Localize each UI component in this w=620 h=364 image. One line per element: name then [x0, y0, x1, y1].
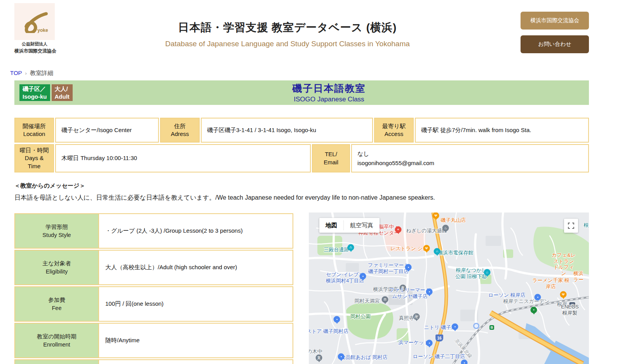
- audience-badge: 大人/ Adult: [52, 84, 73, 101]
- audience-badge-line1: 大人/: [55, 85, 70, 93]
- fullscreen-icon: [568, 223, 574, 229]
- google-map[interactable]: 磯子丸山店Ψ横浜市立脳卒中・ 神経脊椎センター+ねぎしの湯大盛館♨三殿台遺跡∴レ…: [309, 212, 589, 364]
- fee-value: 100円 / 回(one lesson): [99, 286, 293, 322]
- site-subtitle: Database of Japanese Language and Study …: [117, 40, 458, 48]
- study-style-value: ・グループ (2人 -3人) /Group Lesson(2 to 3 pers…: [99, 213, 293, 249]
- map-poi-label[interactable]: 磯子丸山店: [441, 217, 466, 223]
- tel-email-label: TEL/ Email: [312, 144, 350, 172]
- ward-badge-line1: 磯子区／: [23, 85, 47, 93]
- eligibility-value: 大人（高校生以上）/Adult (high schooler and over): [99, 250, 293, 285]
- fullscreen-button[interactable]: [564, 219, 578, 233]
- map-poi-label[interactable]: 浜マーケット: [398, 340, 429, 346]
- cart-marker-icon[interactable]: ▪: [461, 360, 468, 364]
- message-heading: ＜教室からのメッセージ＞: [14, 182, 85, 190]
- cart-marker-icon[interactable]: ▪: [334, 316, 340, 323]
- address-label: 住所 Adress: [160, 118, 200, 143]
- bag-marker-icon[interactable]: ▪: [452, 324, 458, 330]
- map-poi-label[interactable]: 横浜ラー: [573, 270, 584, 282]
- org-logo[interactable]: yoke 公益財団法人 横浜市国際交流協会: [14, 3, 55, 54]
- target-marker-icon[interactable]: [473, 323, 479, 329]
- map-poi-label[interactable]: セブン-イレブン 横浜岡村4丁目店: [326, 272, 364, 284]
- map-poi-label[interactable]: 食品館あおば 岡村店: [340, 354, 388, 361]
- map-poi-label[interactable]: ENEOS 根岸製: [561, 304, 580, 316]
- cart-marker-icon[interactable]: ▪: [338, 354, 345, 360]
- fork-marker-icon[interactable]: Ψ: [560, 291, 567, 298]
- address-value: 磯子区磯子3-1-41 / 3-1-41 Isogo, Isogo-ku: [201, 118, 373, 143]
- park-marker-icon[interactable]: ⌂: [484, 269, 491, 276]
- location-label: 開催場所 Location: [14, 118, 54, 143]
- site-header: 日本語・学習支援 教室データベース (横浜) Database of Japan…: [117, 20, 458, 48]
- cart-marker-icon[interactable]: ▪: [426, 289, 433, 295]
- map-poi-label[interactable]: ファミリーマート ムサシヤ磯子店: [389, 287, 430, 299]
- map-view-button[interactable]: 地図: [319, 218, 343, 233]
- class-banner: 磯子区／ Isogo-ku 大人/ Adult 磯子日本語教室 ISOGO Ja…: [14, 80, 589, 105]
- location-value: 磯子センター/Isogo Center: [55, 118, 159, 143]
- hospital-marker-icon[interactable]: +: [395, 226, 402, 233]
- info-row-schedule: 曜日・時間 Days & Time 木曜日 Thursday 10:00-11:…: [14, 144, 589, 172]
- cart-marker-icon[interactable]: ▪: [360, 273, 366, 280]
- map-type-control: 地図 航空写真: [319, 218, 380, 233]
- message-body: 日本語を母語としない人に、日常生活に必要な日本語を教えています。/We teac…: [14, 194, 453, 202]
- ruins-marker-icon[interactable]: ∴: [348, 244, 354, 251]
- pin-marker-icon[interactable]: •: [531, 307, 537, 313]
- onsen-marker-icon[interactable]: ♨: [442, 225, 449, 232]
- map-poi-label[interactable]: ラーメン千家 根岸店: [532, 277, 570, 289]
- class-title-en: ISOGO Japanese Class: [74, 96, 584, 103]
- map-poi-label[interactable]: 真照寺: [399, 315, 414, 321]
- breadcrumb-current: 教室詳細: [30, 70, 53, 76]
- details-row-eligibility: 主な対象者 Eligibility 大人（高校生以上）/Adult (high …: [14, 250, 293, 285]
- fork-marker-icon[interactable]: Ψ: [423, 245, 430, 252]
- school-marker-icon[interactable]: 文: [316, 355, 322, 361]
- enrollment-value: 随時/Anytime: [99, 323, 293, 358]
- map-poi-label[interactable]: 岡村公園: [350, 313, 371, 320]
- map-poi-label[interactable]: 根岸なつかし 公園 旧柳下邸: [455, 267, 487, 279]
- map-poi-label[interactable]: 横浜市電保存館: [438, 250, 474, 256]
- map-poi-label[interactable]: ストア 磯子岡村店: [309, 328, 348, 334]
- site-title: 日本語・学習支援 教室データベース (横浜): [117, 20, 458, 35]
- bus-marker-icon[interactable]: B: [489, 325, 494, 330]
- map-poi-label[interactable]: ローソン 磯子二丁目店: [413, 354, 465, 360]
- map-poi-label[interactable]: の木中: [309, 348, 322, 355]
- cart-marker-icon[interactable]: ▪: [405, 264, 412, 271]
- cart-marker-icon[interactable]: ▪: [426, 340, 433, 347]
- map-poi-label[interactable]: レストラン シン: [390, 246, 428, 252]
- details-row-fee: 参加費 Fee 100円 / 回(one lesson): [14, 286, 293, 322]
- map-poi-label[interactable]: ローソン 根岸店: [488, 292, 526, 298]
- breadcrumb-separator: ›: [25, 70, 27, 76]
- days-time-value: 木曜日 Thursday 10:00-11:30: [55, 144, 311, 172]
- yoke-logo-text: yoke: [37, 28, 48, 33]
- map-poi-label[interactable]: 岡村天満宮: [355, 298, 380, 304]
- association-button[interactable]: 横浜市国際交流協会: [521, 12, 589, 30]
- access-value: 磯子駅 徒歩7分/7min. walk from Isogo Sta.: [415, 118, 589, 143]
- map-canvas-overlay: 磯子丸山店Ψ横浜市立脳卒中・ 神経脊椎センター+ねぎしの湯大盛館♨三殿台遺跡∴レ…: [309, 212, 589, 364]
- map-poi-label[interactable]: 三殿台遺跡: [324, 247, 349, 253]
- details-table: 学習形態 Study Style ・グループ (2人 -3人) /Group L…: [14, 213, 293, 364]
- map-poi-label[interactable]: 根岸テニスガーデン: [503, 298, 550, 305]
- details-row-study-style: 学習形態 Study Style ・グループ (2人 -3人) /Group L…: [14, 213, 293, 249]
- contact-button[interactable]: お問い合わせ: [521, 35, 589, 53]
- temple-marker-icon[interactable]: 卍: [413, 313, 420, 320]
- details-row-partial: [14, 359, 293, 364]
- yoke-logo-icon: yoke: [14, 3, 55, 40]
- tel-email-value: なし isogonihongo555@gmail.com: [351, 144, 589, 172]
- info-row-location: 開催場所 Location 磯子センター/Isogo Center 住所 Adr…: [14, 118, 589, 143]
- fork-marker-icon[interactable]: Ψ: [433, 212, 439, 219]
- map-poi-label[interactable]: ねぎしの湯大盛館: [406, 228, 447, 234]
- breadcrumb-top-link[interactable]: TOP: [10, 70, 22, 76]
- ward-badge: 磯子区／ Isogo-ku: [19, 84, 50, 101]
- class-title-block: 磯子日本語教室 ISOGO Japanese Class: [74, 82, 584, 103]
- ward-badge-line2: Isogo-ku: [23, 93, 47, 101]
- map-poi-label[interactable]: 根: [584, 222, 589, 228]
- class-title: 磯子日本語教室: [74, 82, 584, 95]
- audience-badge-line2: Adult: [55, 93, 70, 101]
- email-value: isogonihongo555@gmail.com: [357, 158, 434, 167]
- header-buttons: 横浜市国際交流協会 お問い合わせ: [521, 12, 589, 53]
- breadcrumb: TOP›教室詳細: [10, 70, 53, 77]
- page: yoke 公益財団法人 横浜市国際交流協会 日本語・学習支援 教室データベース …: [0, 0, 620, 364]
- map-poi-label[interactable]: カフェ&レストラン ドルフィン: [551, 252, 576, 276]
- museum-marker-icon[interactable]: ∩: [434, 248, 441, 255]
- satellite-view-button[interactable]: 航空写真: [344, 218, 380, 233]
- logo-caption-line2: 横浜市国際交流協会: [14, 48, 55, 54]
- map-poi-label[interactable]: ファミリーマート 磯子岡村一丁目店: [368, 262, 409, 274]
- shrine-marker-icon[interactable]: Π: [382, 296, 388, 303]
